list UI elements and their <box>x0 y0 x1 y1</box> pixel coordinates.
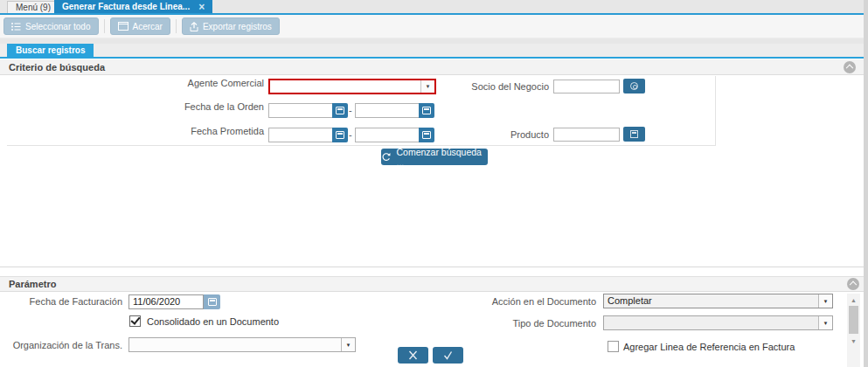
cancel-button[interactable] <box>398 347 428 364</box>
panel-splitter[interactable] <box>0 267 864 267</box>
parameter-panel-header: Parámetro <box>0 276 864 292</box>
toolbar-divider <box>176 19 177 33</box>
parameter-collapse-button[interactable] <box>847 278 859 290</box>
tab-buscar-registros[interactable]: Buscar registros <box>7 44 94 57</box>
window-tab-bar: Menú (9) Generar Factura desde Linea... … <box>0 0 864 13</box>
calendar-button[interactable] <box>204 294 220 309</box>
chevron-down-icon[interactable]: ▼ <box>341 338 355 351</box>
calendar-icon <box>336 107 344 114</box>
organizacion-trans-label: Organización de la Trans. <box>0 340 122 350</box>
x-icon <box>407 350 419 360</box>
tab-menu[interactable]: Menú (9) <box>7 1 59 13</box>
calendar-icon <box>208 298 217 306</box>
calendar-button[interactable] <box>419 103 434 118</box>
fecha-prometida-from-input[interactable] <box>268 128 332 142</box>
calendar-button[interactable] <box>332 103 348 118</box>
chevron-up-icon <box>846 64 853 71</box>
search-tab-underline <box>0 57 864 59</box>
check-icon <box>442 350 454 360</box>
select-all-button[interactable]: Seleccionar todo <box>3 17 99 35</box>
fecha-orden-from-input[interactable] <box>268 103 332 118</box>
criteria-title: Criterio de búsqueda <box>9 62 105 73</box>
calendar-button[interactable] <box>332 128 348 142</box>
consolidado-label: Consolidado en un Documento <box>147 316 279 327</box>
toolbar-divider <box>104 19 105 33</box>
criteria-panel-header: Criterio de búsqueda <box>0 59 864 75</box>
fecha-facturacion-label: Fecha de Facturación <box>0 296 122 307</box>
parameter-title: Parámetro <box>9 279 56 289</box>
organizacion-trans-select[interactable]: ▼ <box>128 337 356 352</box>
organizacion-trans-value <box>129 338 341 351</box>
refresh-icon <box>381 152 391 163</box>
socio-negocio-label: Socio del Negocio <box>437 81 549 92</box>
calendar-button[interactable] <box>419 128 434 142</box>
list-icon <box>11 22 21 31</box>
tab-buscar-registros-label: Buscar registros <box>16 45 85 55</box>
business-partner-icon <box>630 82 638 90</box>
tipo-documento-value <box>604 316 818 329</box>
tipo-documento-select[interactable]: ▼ <box>603 315 833 330</box>
criteria-collapse-button[interactable] <box>844 61 856 73</box>
start-search-label: Comenzar búsqueda ... <box>396 147 488 168</box>
agente-comercial-combobox[interactable]: ▼ <box>268 79 436 94</box>
socio-negocio-input[interactable] <box>553 80 620 93</box>
agente-comercial-value[interactable] <box>270 80 420 93</box>
socio-negocio-lookup-button[interactable] <box>623 79 645 93</box>
export-button[interactable]: Exportar registros <box>182 17 280 35</box>
agregar-linea-checkbox[interactable] <box>608 341 619 352</box>
fecha-orden-to-input[interactable] <box>355 103 419 118</box>
fecha-prometida-from-field[interactable] <box>268 128 348 142</box>
start-search-button[interactable]: Comenzar búsqueda ... <box>381 149 488 165</box>
chevron-down-icon[interactable]: ▼ <box>818 294 832 308</box>
fecha-prometida-to-input[interactable] <box>355 128 419 142</box>
producto-lookup-button[interactable] <box>623 127 645 142</box>
toolbar: Seleccionar todo Acercar Exportar regist… <box>0 15 864 38</box>
close-icon[interactable]: × <box>198 2 205 12</box>
fecha-prometida-label: Fecha Prometida <box>166 126 264 136</box>
process-window: Menú (9) Generar Factura desde Linea... … <box>0 0 868 367</box>
confirm-button[interactable] <box>433 347 463 364</box>
chevron-down-icon[interactable]: ▼ <box>818 316 832 329</box>
zoom-label: Acercar <box>133 22 163 31</box>
accion-documento-value: Completar <box>604 294 818 308</box>
calendar-icon <box>336 131 344 139</box>
date-range-separator: - <box>349 129 352 140</box>
consolidado-checkbox[interactable] <box>129 315 141 327</box>
window-icon <box>118 22 128 31</box>
tab-generar-factura[interactable]: Generar Factura desde Linea... × <box>54 0 212 13</box>
fecha-orden-to-field[interactable] <box>355 103 434 118</box>
scroll-up-icon[interactable]: ▲ <box>847 294 860 305</box>
date-range-separator: - <box>349 105 352 115</box>
parameter-scrollbar-thumb[interactable] <box>849 306 858 334</box>
fecha-orden-from-field[interactable] <box>268 103 348 118</box>
tab-generar-factura-label: Generar Factura desde Linea... <box>62 2 190 11</box>
tipo-documento-label: Tipo de Documento <box>472 318 596 329</box>
accion-documento-select[interactable]: Completar ▼ <box>603 294 833 308</box>
product-icon <box>630 130 638 138</box>
agregar-linea-label: Agregar Linea de Referencia en Factura <box>623 342 795 352</box>
zoom-button[interactable]: Acercar <box>110 17 170 35</box>
tab-menu-label: Menú (9) <box>16 3 51 12</box>
producto-label: Producto <box>437 129 549 140</box>
calendar-icon <box>422 131 431 139</box>
search-tab-row <box>0 44 864 57</box>
chevron-down-icon[interactable]: ▼ <box>420 80 434 93</box>
producto-input[interactable] <box>553 128 620 142</box>
fecha-facturacion-input[interactable]: 11/06/2020 <box>128 294 204 309</box>
accion-documento-label: Acción en el Documento <box>472 296 596 307</box>
chevron-up-icon <box>850 280 857 287</box>
page-scrollbar[interactable] <box>864 0 868 367</box>
export-icon <box>190 22 198 31</box>
calendar-icon <box>422 107 431 114</box>
select-all-label: Seleccionar todo <box>25 22 91 31</box>
fecha-orden-label: Fecha de la Orden <box>166 101 264 112</box>
agente-comercial-label: Agente Comercial <box>166 78 264 88</box>
export-label: Exportar registros <box>203 22 272 31</box>
scroll-down-icon[interactable]: ▼ <box>847 336 860 346</box>
fecha-prometida-to-field[interactable] <box>355 128 434 142</box>
